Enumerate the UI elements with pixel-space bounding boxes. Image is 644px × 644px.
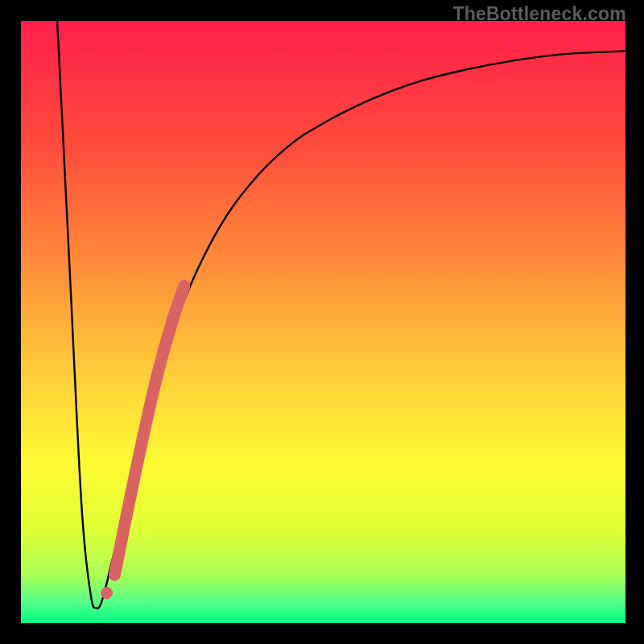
chart-frame: TheBottleneck.com bbox=[0, 0, 644, 644]
watermark-text: TheBottleneck.com bbox=[452, 3, 626, 25]
accent-segment bbox=[114, 286, 184, 575]
accent-dot bbox=[101, 587, 113, 599]
plot-area bbox=[21, 21, 625, 623]
bottleneck-curve bbox=[57, 21, 625, 609]
chart-svg bbox=[21, 21, 625, 623]
